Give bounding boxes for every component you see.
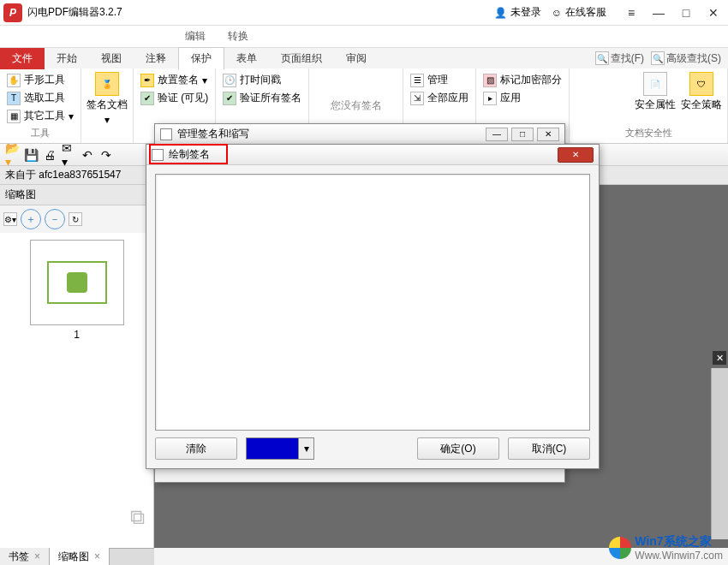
user-icon: 👤 (494, 7, 507, 19)
open-icon[interactable]: 📂▾ (5, 148, 19, 162)
copy-icon[interactable]: ⧉ (130, 505, 158, 532)
thumbnail-list[interactable]: 1 (0, 233, 153, 548)
right-panel-strip[interactable]: ✕ (711, 368, 728, 539)
online-service[interactable]: ☺在线客服 (552, 5, 606, 20)
verify-all[interactable]: ✔验证所有签名 (221, 90, 303, 106)
close-button[interactable]: ✕ (707, 7, 719, 19)
gear-icon[interactable]: ⚙▾ (3, 212, 17, 226)
security-prop[interactable]: 安全属性 (635, 98, 676, 112)
cancel-button[interactable]: 取消(C) (508, 437, 590, 460)
zoom-in-button[interactable]: ＋ (21, 209, 41, 229)
security-prop-icon[interactable]: 📄 (643, 72, 667, 96)
signature-icon: ✒ (140, 74, 154, 87)
text-select-icon: T (7, 92, 21, 105)
dialog-maximize[interactable]: □ (511, 128, 534, 141)
app-title: 闪电PDF编辑器3.2.7 (27, 5, 122, 20)
apply-icon: ▸ (483, 92, 497, 105)
tab-annotate[interactable]: 注释 (134, 48, 178, 69)
maximize-button[interactable]: □ (680, 7, 692, 19)
dialog-close[interactable]: ✕ (537, 128, 559, 141)
close-icon[interactable]: × (94, 550, 100, 562)
thumbnail-item[interactable]: 1 (30, 240, 124, 341)
close-panel-icon[interactable]: ✕ (713, 351, 726, 365)
titlebar: P 闪电PDF编辑器3.2.7 👤未登录 ☺在线客服 ≡ — □ ✕ (0, 0, 728, 26)
tab-protect[interactable]: 保护 (178, 47, 224, 70)
undo-icon[interactable]: ↶ (81, 148, 94, 162)
print-icon[interactable]: 🖨 (43, 148, 57, 162)
no-signature-label: 您没有签名 (314, 98, 397, 113)
login-status[interactable]: 👤未登录 (494, 5, 541, 20)
chevron-down-icon: ▾ (69, 110, 74, 122)
search-icon: 🔍 (595, 51, 609, 65)
select-tool[interactable]: T选取工具 (5, 90, 75, 106)
verify-icon: ✔ (140, 92, 154, 105)
menu-edit[interactable]: 编辑 (180, 26, 211, 47)
watermark: Win7系统之家 Www.Winwin7.com (609, 534, 723, 562)
signature-canvas[interactable] (155, 174, 590, 431)
menu-convert[interactable]: 转换 (223, 26, 254, 47)
dialog-title: 绘制签名 (169, 147, 210, 162)
minimize-button[interactable]: — (653, 7, 665, 19)
verify-visible[interactable]: ✔验证 (可见) (139, 90, 210, 106)
ribbon-tabs: 文件 开始 视图 注释 保护 表单 页面组织 审阅 🔍查找(F) 🔍高级查找(S… (0, 48, 728, 68)
mark-encrypted[interactable]: ▨标记加密部分 (481, 72, 564, 88)
tab-thumbnail[interactable]: 缩略图× (50, 548, 110, 565)
ribbon-group-security: 📄 安全属性 🛡 安全策略 文档安全性 (570, 68, 728, 143)
find-button[interactable]: 🔍查找(F) (595, 51, 644, 66)
tab-page-org[interactable]: 页面组织 (269, 48, 334, 69)
adv-find-button[interactable]: 🔍高级查找(S) (651, 51, 721, 66)
hamburger-icon[interactable]: ≡ (625, 7, 637, 19)
toolbox-icon: ▦ (7, 110, 21, 123)
shield-icon[interactable]: 🛡 (689, 72, 713, 96)
apply-all[interactable]: ⇲全部应用 (409, 90, 470, 106)
apply-encrypt[interactable]: ▸应用 (481, 90, 564, 106)
hand-tool[interactable]: ✋手形工具 (5, 72, 75, 88)
manage[interactable]: ☰管理 (409, 72, 470, 88)
place-signature[interactable]: ✒放置签名 ▾ (139, 72, 210, 88)
color-picker[interactable]: ▾ (246, 437, 314, 460)
group-label-security: 文档安全性 (575, 127, 722, 140)
tab-view[interactable]: 视图 (89, 48, 134, 69)
hand-icon: ✋ (7, 74, 21, 87)
thumbnail-number: 1 (30, 329, 124, 341)
dialog-button-row: 清除 ▾ 确定(O) 取消(C) (155, 437, 590, 460)
chevron-down-icon[interactable]: ▾ (298, 438, 313, 459)
ribbon-group-sigdoc: 🏅 签名文档 ▾ (81, 68, 134, 143)
clear-button[interactable]: 清除 (155, 437, 237, 460)
app-icon: P (3, 3, 22, 22)
thumbnail-sidebar: 缩略图 ⚙▾ ＋ － ↻ 1 (0, 185, 154, 548)
tab-start[interactable]: 开始 (45, 48, 89, 69)
dialog-close-button[interactable]: ✕ (558, 147, 594, 163)
rotate-icon[interactable]: ↻ (69, 212, 82, 226)
smile-icon: ☺ (552, 7, 562, 19)
close-icon[interactable]: × (34, 550, 40, 562)
sig-doc-label[interactable]: 签名文档 (87, 98, 128, 112)
menubar: 编辑 转换 (0, 26, 728, 48)
search-icon: 🔍 (651, 51, 665, 65)
redo-icon[interactable]: ↷ (99, 148, 113, 162)
save-icon[interactable]: 💾 (24, 148, 38, 162)
tab-file[interactable]: 文件 (0, 48, 45, 69)
document-tab[interactable]: 来自于 afc1ea837651547 (5, 168, 121, 182)
other-tools[interactable]: ▦其它工具 ▾ (5, 108, 75, 124)
dialog-icon (160, 128, 172, 140)
dialog-title: 管理签名和缩写 (177, 127, 249, 141)
tab-bookmark[interactable]: 书签× (0, 548, 50, 565)
chevron-down-icon[interactable]: ▾ (104, 114, 110, 126)
chevron-down-icon: ▾ (202, 74, 207, 86)
thumbnail-page[interactable] (30, 240, 124, 325)
verify-all-icon: ✔ (223, 92, 236, 105)
clock-icon: 🕒 (223, 74, 236, 87)
tab-form[interactable]: 表单 (224, 48, 269, 69)
ribbon-badge-icon[interactable]: 🏅 (95, 72, 119, 96)
dialog-titlebar[interactable]: 管理签名和缩写 — □ ✕ (155, 124, 564, 145)
dialog-titlebar[interactable]: 绘制签名 ✕ (146, 145, 599, 165)
dialog-minimize[interactable]: — (486, 128, 508, 141)
tab-review[interactable]: 审阅 (334, 48, 379, 69)
zoom-out-button[interactable]: － (45, 209, 65, 229)
ok-button[interactable]: 确定(O) (417, 437, 499, 460)
timestamp[interactable]: 🕒打时间戳 (221, 72, 303, 88)
sidebar-title: 缩略图 (0, 185, 153, 205)
security-policy[interactable]: 安全策略 (681, 98, 722, 112)
mail-icon[interactable]: ✉▾ (62, 148, 75, 162)
